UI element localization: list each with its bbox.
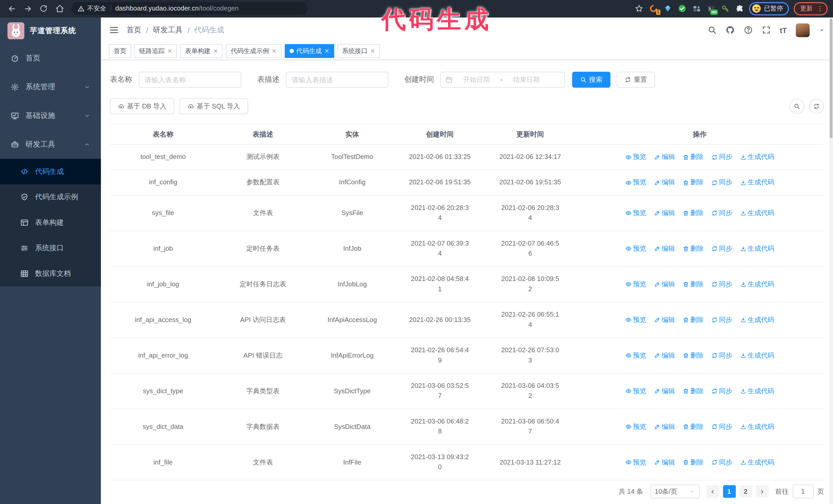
preview-link[interactable]: 预览 bbox=[625, 315, 646, 325]
sidebar-item-home[interactable]: 首页 bbox=[0, 44, 101, 73]
edit-link[interactable]: 编辑 bbox=[653, 177, 675, 187]
edit-link[interactable]: 编辑 bbox=[653, 351, 675, 360]
sync-link[interactable]: 同步 bbox=[711, 177, 732, 187]
end-date-input[interactable] bbox=[505, 76, 548, 83]
fullscreen-icon[interactable] bbox=[762, 25, 771, 34]
preview-link[interactable]: 预览 bbox=[625, 457, 646, 467]
delete-link[interactable]: 删除 bbox=[682, 152, 704, 162]
sidebar-collapse-icon[interactable] bbox=[109, 25, 119, 35]
delete-link[interactable]: 删除 bbox=[682, 386, 704, 396]
sync-link[interactable]: 同步 bbox=[711, 386, 732, 396]
generate-code-link[interactable]: 生成代码 bbox=[740, 177, 774, 187]
page-scrollbar[interactable] bbox=[829, 18, 833, 504]
sql-import-button[interactable]: 基于 SQL 导入 bbox=[180, 98, 248, 114]
search-button[interactable]: 搜索 bbox=[572, 72, 610, 88]
sidebar-item-form-builder[interactable]: 表单构建 bbox=[0, 210, 101, 235]
tab-codegen-example[interactable]: 代码生成示例✕ bbox=[226, 44, 281, 58]
delete-link[interactable]: 删除 bbox=[682, 315, 704, 325]
toggle-search-button[interactable] bbox=[789, 99, 804, 114]
prev-page-button[interactable] bbox=[706, 485, 719, 498]
sync-link[interactable]: 同步 bbox=[711, 351, 732, 360]
extension-check-icon[interactable] bbox=[677, 4, 687, 13]
date-range-picker[interactable]: - bbox=[441, 72, 565, 88]
browser-forward-button[interactable] bbox=[21, 2, 34, 15]
sidebar-item-system[interactable]: 系统管理 bbox=[0, 73, 101, 101]
page-size-select[interactable]: 10条/页 bbox=[650, 484, 699, 498]
preview-link[interactable]: 预览 bbox=[625, 208, 646, 218]
tab-tracing[interactable]: 链路追踪✕ bbox=[134, 44, 177, 58]
sidebar-item-infra[interactable]: 基础设施 bbox=[0, 101, 101, 130]
sidebar-item-codegen-example[interactable]: 代码生成示例 bbox=[0, 184, 101, 210]
sidebar-item-db-doc[interactable]: 数据库文档 bbox=[0, 261, 101, 286]
generate-code-link[interactable]: 生成代码 bbox=[740, 279, 774, 289]
generate-code-link[interactable]: 生成代码 bbox=[740, 386, 774, 396]
preview-link[interactable]: 预览 bbox=[625, 243, 646, 254]
preview-link[interactable]: 预览 bbox=[625, 422, 646, 432]
breadcrumb-home[interactable]: 首页 bbox=[126, 25, 141, 34]
generate-code-link[interactable]: 生成代码 bbox=[740, 208, 774, 218]
generate-code-link[interactable]: 生成代码 bbox=[740, 351, 774, 360]
browser-reload-button[interactable] bbox=[37, 2, 50, 15]
table-name-input[interactable] bbox=[139, 72, 241, 88]
page-button-1[interactable]: 1 bbox=[723, 485, 736, 498]
page-button-2[interactable]: 2 bbox=[739, 485, 752, 498]
delete-link[interactable]: 删除 bbox=[682, 422, 704, 432]
extensions-puzzle-icon[interactable] bbox=[735, 4, 744, 13]
delete-link[interactable]: 删除 bbox=[682, 279, 704, 289]
sync-link[interactable]: 同步 bbox=[711, 208, 732, 218]
app-logo-row[interactable]: 芋道管理系统 bbox=[0, 18, 101, 44]
delete-link[interactable]: 删除 bbox=[682, 351, 704, 360]
close-icon[interactable]: ✕ bbox=[213, 48, 218, 55]
edit-link[interactable]: 编辑 bbox=[653, 279, 675, 289]
bookmark-star-icon[interactable] bbox=[634, 4, 644, 13]
address-bar[interactable]: 不安全 dashboard.yudao.iocoder.cn/tool/code… bbox=[71, 2, 308, 15]
delete-link[interactable]: 删除 bbox=[682, 208, 704, 218]
header-search-icon[interactable] bbox=[708, 25, 716, 34]
browser-profile-chip[interactable]: 已暂停 bbox=[749, 2, 789, 15]
sync-link[interactable]: 同步 bbox=[711, 315, 732, 325]
sync-link[interactable]: 同步 bbox=[711, 457, 732, 467]
extension-sliders-icon[interactable] bbox=[692, 4, 701, 13]
extension-gem-icon[interactable] bbox=[663, 4, 672, 13]
sync-link[interactable]: 同步 bbox=[711, 422, 732, 432]
delete-link[interactable]: 删除 bbox=[682, 243, 704, 254]
tab-home[interactable]: 首页 bbox=[109, 44, 131, 58]
tab-form-builder[interactable]: 表单构建✕ bbox=[180, 44, 223, 58]
close-icon[interactable]: ✕ bbox=[167, 48, 172, 55]
preview-link[interactable]: 预览 bbox=[625, 386, 646, 396]
reset-button[interactable]: 重置 bbox=[617, 72, 655, 88]
preview-link[interactable]: 预览 bbox=[625, 351, 646, 360]
sidebar-item-codegen[interactable]: 代码生成 bbox=[0, 159, 101, 184]
extension-key-icon[interactable] bbox=[720, 4, 730, 13]
delete-link[interactable]: 删除 bbox=[682, 177, 704, 187]
tab-system-api[interactable]: 系统接口✕ bbox=[337, 44, 380, 58]
scrollbar-thumb[interactable] bbox=[830, 19, 832, 138]
edit-link[interactable]: 编辑 bbox=[653, 422, 675, 432]
refresh-table-button[interactable] bbox=[809, 99, 824, 114]
edit-link[interactable]: 编辑 bbox=[653, 315, 675, 325]
font-size-icon[interactable]: tT bbox=[780, 26, 787, 34]
generate-code-link[interactable]: 生成代码 bbox=[740, 243, 774, 254]
edit-link[interactable]: 编辑 bbox=[653, 243, 675, 254]
extension-terminal-icon[interactable]: on bbox=[706, 4, 716, 13]
browser-back-button[interactable] bbox=[5, 2, 18, 15]
sync-link[interactable]: 同步 bbox=[711, 152, 732, 162]
preview-link[interactable]: 预览 bbox=[625, 152, 646, 162]
edit-link[interactable]: 编辑 bbox=[653, 386, 675, 396]
delete-link[interactable]: 删除 bbox=[682, 457, 704, 467]
generate-code-link[interactable]: 生成代码 bbox=[740, 422, 774, 432]
next-page-button[interactable] bbox=[756, 485, 768, 498]
browser-update-button[interactable]: 更新 bbox=[794, 2, 828, 15]
close-icon[interactable]: ✕ bbox=[272, 48, 277, 55]
start-date-input[interactable] bbox=[455, 76, 498, 83]
github-icon[interactable] bbox=[725, 25, 735, 34]
sync-link[interactable]: 同步 bbox=[711, 243, 732, 254]
avatar-caret-icon[interactable] bbox=[819, 27, 825, 33]
tab-codegen[interactable]: 代码生成✕ bbox=[285, 44, 334, 58]
extension-orange-ring-icon[interactable]: 1 bbox=[649, 4, 658, 13]
close-icon[interactable]: ✕ bbox=[325, 48, 329, 55]
breadcrumb-devtools[interactable]: 研发工具 bbox=[153, 25, 183, 34]
sidebar-item-system-api[interactable]: 系统接口 bbox=[0, 235, 101, 261]
sidebar-item-devtools[interactable]: 研发工具 bbox=[0, 130, 101, 159]
browser-home-button[interactable] bbox=[53, 2, 66, 15]
